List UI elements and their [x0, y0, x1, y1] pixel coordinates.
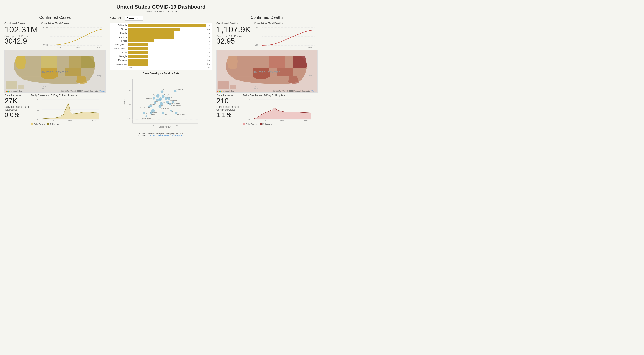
bar-bg-9 [128, 58, 207, 62]
bar-value-10: 3M [208, 63, 210, 65]
svg-text:Utah: Utah [164, 113, 167, 115]
svg-text:2021: 2021 [57, 46, 61, 48]
bar-label-6: North Carol... [112, 47, 128, 50]
daily-deaths-svg: 5K 0K 2021 2022 2023 [243, 97, 318, 122]
svg-text:2K: 2K [152, 124, 154, 126]
confirmed-cases-label: Confirmed Cases [4, 22, 38, 25]
data-source: Data from Data from Johns Hopkins Univer… [110, 135, 212, 137]
bar-bg-4 [128, 39, 207, 42]
dashboard-title: United States COVID-19 Dashboard [2, 4, 320, 10]
bar-fill-6 [128, 47, 148, 50]
svg-text:1M: 1M [255, 26, 258, 28]
cumulative-cases-svg: 0.1bn 0.0bn 2021 2022 2023 [41, 25, 106, 48]
right-panel: Confirmed Deaths Confirmed Deaths 1,107.… [214, 14, 320, 138]
svg-text:Puerto Rico: Puerto Rico [178, 113, 186, 115]
deaths-map: UNITED STATES Gulf of Mexico Sar Microso… [216, 50, 318, 93]
map-terms-link-right[interactable]: Terms [312, 90, 317, 92]
bar-value-1: 8M [208, 28, 210, 30]
svg-text:UNITED STATES: UNITED STATES [41, 71, 69, 74]
map-bing-logo: Microsoft Bing [6, 90, 22, 92]
cumulative-cases-title: Cumulative Total Cases [41, 22, 106, 25]
cumulative-cases-chart: Cumulative Total Cases 0.1bn 0.0bn 2021 … [41, 22, 106, 48]
map-attribution-left: © 2022 TomTom, © 2023 Microsoft Corporat… [61, 90, 104, 92]
svg-text:2022: 2022 [76, 46, 80, 48]
svg-text:2021: 2021 [50, 120, 54, 122]
map-terms-link-left[interactable]: Terms [100, 90, 105, 92]
contact-info: Contact: roberts.christopher.james[at]gm… [110, 132, 212, 137]
svg-text:Fatality Rate: Fatality Rate [123, 98, 125, 108]
bar-fill-3 [128, 35, 174, 38]
svg-text:0M: 0M [255, 44, 258, 46]
scatter-point-ohio [156, 98, 159, 101]
bar-row-1: Texas 8M [112, 27, 210, 31]
bar-row-3: New York 7M [112, 35, 210, 38]
map-attribution-right: © 2022 TomTom, © 2023 Microsoft Corporat… [272, 90, 316, 92]
daily-cases-svg: 2M 1M 0M 2021 2022 2023 [31, 97, 106, 122]
legend-daily-deaths-dot [243, 123, 245, 125]
scatter-point-virginislands [146, 115, 147, 117]
deaths-kpi-row: Confirmed Deaths 1,107.9K Deaths per 10K… [216, 22, 318, 48]
svg-text:1M: 1M [37, 109, 40, 111]
legend-deaths-rolling-label: Rolling Ave [262, 123, 272, 125]
bar-bg-7 [128, 51, 207, 54]
svg-rect-19 [6, 81, 17, 89]
bar-row-6: North Carol... 3M [112, 47, 210, 50]
cumulative-deaths-svg: 1M 0M 2021 2022 2023 [254, 25, 318, 48]
deaths-bing-logo-squares [218, 91, 222, 92]
svg-text:Oklahoma: Oklahoma [176, 88, 183, 90]
svg-text:0.0bn: 0.0bn [43, 44, 48, 46]
cumulative-deaths-title: Cumulative Total Deaths [254, 22, 318, 25]
svg-text:Sar: Sar [309, 75, 312, 77]
cases-per-10k-value: 3042.9 [4, 37, 38, 45]
svg-text:Pennsylvania: Pennsylvania [163, 89, 172, 91]
deaths-per-10k-value: 32.95 [216, 37, 251, 45]
bar-row-10: New Jersey 3M [112, 62, 210, 66]
bar-value-6: 3M [208, 47, 210, 50]
svg-text:Georgia: Georgia [164, 94, 170, 96]
data-source-link[interactable]: Data from Johns Hopkins University CSSE [146, 135, 185, 137]
bar-value-4: 4M [208, 40, 210, 42]
svg-text:0.5%: 0.5% [128, 118, 131, 120]
svg-text:2021: 2021 [270, 46, 274, 48]
kpi-select-dropdown[interactable]: Cases ⌄ [124, 16, 143, 20]
svg-text:4K: 4K [176, 124, 178, 126]
bar-row-5: Pennsylvan... 3M [112, 43, 210, 46]
bar-bg-10 [128, 62, 207, 66]
svg-text:Vermont: Vermont [141, 113, 147, 115]
kpi-select-label: Select KPI: [110, 17, 123, 20]
legend-deaths-rolling-dot [260, 123, 262, 125]
bar-value-5: 3M [208, 44, 210, 46]
svg-text:Cases Per 10K: Cases Per 10K [159, 126, 171, 128]
bar-row-8: Georgia 3M [112, 55, 210, 58]
svg-text:2023: 2023 [92, 120, 96, 122]
legend-daily-cases-dot [31, 123, 33, 125]
svg-text:Washington: Washington [161, 107, 169, 109]
bar-fill-1 [128, 27, 180, 31]
daily-deaths-chart: Daily Deaths and 7-Day Rolling Ave. 5K 0… [243, 94, 318, 125]
deaths-legend: Daily Deaths Rolling Ave [243, 123, 318, 125]
svg-text:2023: 2023 [96, 46, 100, 48]
bar-row-9: Michigan 3M [112, 58, 210, 62]
svg-text:North Carolina: North Carolina [171, 105, 181, 106]
svg-text:Gulf of: Gulf of [43, 86, 48, 88]
bar-bg-2 [128, 31, 207, 35]
bar-value-9: 3M [208, 59, 210, 61]
deaths-kpi-left: Confirmed Deaths 1,107.9K Deaths per 10K… [216, 22, 251, 45]
svg-text:Michigan: Michigan [151, 94, 157, 96]
svg-text:2023: 2023 [304, 120, 308, 122]
bar-fill-10 [128, 62, 148, 66]
bar-value-2: 7M [208, 32, 210, 34]
cases-bottom-row: Daily Increase 27K Daily Increase as % o… [4, 94, 106, 125]
dashboard-subtitle: Latest data from: 1/30/2023 [2, 10, 320, 13]
cases-kpi-row: Confirmed Cases 102.31M Cases per 10K Pe… [4, 22, 106, 48]
bar-row-0: California 12M [112, 24, 210, 27]
svg-text:0M: 0M [37, 118, 40, 121]
bar-label-3: New York [112, 36, 128, 38]
right-panel-title: Confirmed Deaths [216, 15, 318, 20]
cumulative-deaths-chart: Cumulative Total Deaths 1M 0M 2021 2022 … [254, 22, 318, 48]
cases-map: UNITED STATES Gulf of Mexico Sargas Mi [4, 50, 106, 93]
svg-text:Mexico: Mexico [254, 88, 260, 90]
scatter-svg: Fatality Rate Cases Per 10K 0.5% 1.0% 1.… [110, 76, 212, 130]
bar-label-5: Pennsylvan... [112, 43, 128, 46]
bar-label-8: Georgia [112, 55, 128, 57]
